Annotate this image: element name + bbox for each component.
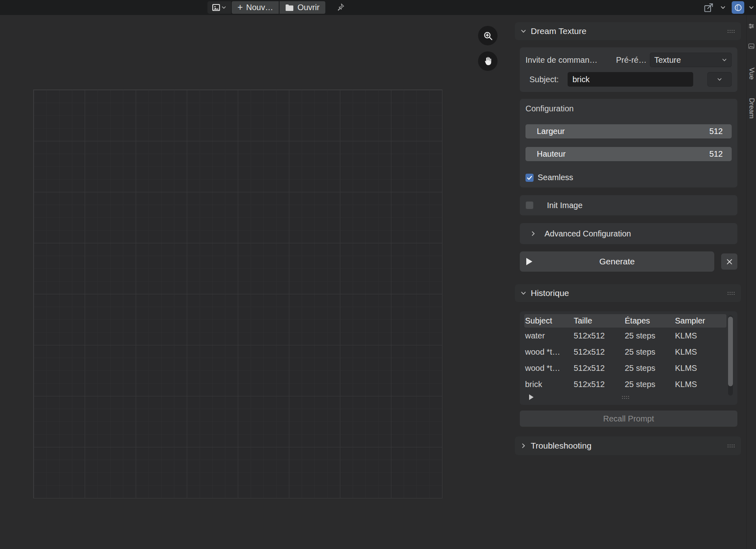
chevron-right-icon xyxy=(530,230,536,237)
scrollbar-thumb[interactable] xyxy=(728,317,733,386)
cell-sampler: KLMS xyxy=(675,347,726,357)
height-label: Hauteur xyxy=(532,149,709,159)
open-image-button[interactable]: Ouvrir xyxy=(280,1,325,14)
folder-icon xyxy=(285,4,294,11)
cell-size: 512x512 xyxy=(574,331,625,340)
chevron-down-icon xyxy=(221,5,226,10)
cell-steps: 25 steps xyxy=(625,364,675,373)
history-row[interactable]: wood *t… 512x512 25 steps KLMS xyxy=(524,344,726,360)
column-taille: Taille xyxy=(574,316,625,326)
column-etapes: Étapes xyxy=(625,316,675,326)
pan-button[interactable] xyxy=(478,51,498,71)
plus-icon: + xyxy=(237,3,243,12)
drag-grip-icon[interactable] xyxy=(728,292,735,295)
history-row[interactable]: water 512x512 25 steps KLMS xyxy=(524,328,726,344)
play-icon xyxy=(526,258,532,265)
prompt-label: Invite de comman… xyxy=(525,55,598,65)
new-image-label: Nouv… xyxy=(246,3,273,12)
prompt-box: Invite de comman… Pré-ré… Texture Subjec… xyxy=(520,47,737,92)
panel-header-dream-texture[interactable]: Dream Texture xyxy=(515,22,741,40)
cell-steps: 25 steps xyxy=(625,347,675,357)
replay-icon[interactable] xyxy=(529,394,534,400)
chevron-down-icon xyxy=(717,77,722,82)
subject-history-dropdown[interactable] xyxy=(707,72,732,87)
close-icon xyxy=(726,258,733,265)
chevron-down-icon xyxy=(722,57,727,63)
sidebar-tab-dream[interactable]: Dream xyxy=(747,98,756,119)
advanced-configuration-panel[interactable]: Advanced Configuration xyxy=(520,223,737,244)
cancel-button[interactable] xyxy=(721,253,737,270)
configuration-title: Configuration xyxy=(525,104,732,113)
panel-header-troubleshooting[interactable]: Troubleshooting xyxy=(515,436,741,455)
preset-label: Pré-ré… xyxy=(616,55,647,65)
history-table-header: Subject Taille Étapes Sampler xyxy=(524,314,726,328)
pin-button[interactable] xyxy=(335,2,345,12)
configuration-box: Configuration Largeur 512 Hauteur 512 Se… xyxy=(520,99,737,187)
cell-sampler: KLMS xyxy=(675,380,726,389)
cell-subject: brick xyxy=(525,380,574,389)
height-slider[interactable]: Hauteur 512 xyxy=(525,147,732,161)
cell-size: 512x512 xyxy=(574,364,625,373)
seamless-checkbox[interactable] xyxy=(525,174,534,182)
chevron-down-icon xyxy=(520,28,527,34)
generate-button[interactable]: Generate xyxy=(520,251,714,272)
sidebar-tab-vue[interactable]: Vue xyxy=(747,68,756,80)
cell-size: 512x512 xyxy=(574,347,625,357)
check-icon xyxy=(527,175,532,180)
topbar-button-group: + Nouv… Ouvrir xyxy=(207,1,325,14)
list-resize-grip-icon[interactable] xyxy=(622,396,629,399)
history-scrollbar[interactable] xyxy=(728,315,733,396)
height-value: 512 xyxy=(709,149,725,159)
seamless-label: Seamless xyxy=(538,173,573,182)
cell-sampler: KLMS xyxy=(675,364,726,373)
chevron-down-icon xyxy=(520,290,527,296)
magnifier-plus-icon xyxy=(483,30,493,41)
cell-steps: 25 steps xyxy=(625,331,675,340)
history-list-box: Subject Taille Étapes Sampler water 512x… xyxy=(520,311,737,405)
chevron-down-icon[interactable] xyxy=(748,4,754,11)
column-sampler: Sampler xyxy=(675,316,726,326)
panel-title: Troubleshooting xyxy=(531,441,592,451)
image-canvas-grid[interactable] xyxy=(33,89,442,498)
cell-subject: water xyxy=(525,331,574,340)
history-row[interactable]: brick 512x512 25 steps KLMS xyxy=(524,376,726,392)
generate-label: Generate xyxy=(520,257,714,266)
preset-value: Texture xyxy=(654,55,722,65)
image-editor-icon xyxy=(212,4,220,11)
image-icon[interactable] xyxy=(748,43,754,51)
width-value: 512 xyxy=(709,127,725,136)
hand-icon xyxy=(483,56,493,66)
cell-size: 512x512 xyxy=(574,380,625,389)
width-label: Largeur xyxy=(532,127,709,136)
cell-sampler: KLMS xyxy=(675,331,726,340)
editor-type-button[interactable] xyxy=(207,1,231,14)
recall-prompt-button[interactable]: Recall Prompt xyxy=(520,411,737,427)
subject-label: Subject: xyxy=(525,75,559,84)
cell-subject: wood *t… xyxy=(525,364,574,373)
sidebar-tab-strip: Vue Dream xyxy=(746,15,756,549)
cell-steps: 25 steps xyxy=(625,380,675,389)
init-image-checkbox[interactable] xyxy=(525,201,534,209)
pin-icon xyxy=(335,2,345,12)
zoom-button[interactable] xyxy=(478,26,498,45)
init-image-label: Init Image xyxy=(547,201,583,210)
column-subject: Subject xyxy=(525,316,574,326)
preset-dropdown[interactable]: Texture xyxy=(650,53,732,67)
blender-image-editor: + Nouv… Ouvrir xyxy=(0,0,756,549)
panel-header-history[interactable]: Historique xyxy=(515,284,741,302)
drag-grip-icon[interactable] xyxy=(728,30,735,33)
new-image-button[interactable]: + Nouv… xyxy=(232,1,279,14)
subject-value: brick xyxy=(572,75,589,84)
subject-input[interactable]: brick xyxy=(568,72,693,87)
panel-title: Dream Texture xyxy=(531,26,586,36)
panel-title: Historique xyxy=(531,288,569,298)
width-slider[interactable]: Largeur 512 xyxy=(525,124,732,138)
init-image-box: Init Image xyxy=(520,195,737,215)
sidebar-panel: Dream Texture Invite de comman… Pré-ré… … xyxy=(514,0,743,455)
open-image-label: Ouvrir xyxy=(297,3,319,12)
cell-subject: wood *t… xyxy=(525,347,574,357)
properties-icon[interactable] xyxy=(748,23,754,31)
history-row[interactable]: wood *t… 512x512 25 steps KLMS xyxy=(524,360,726,376)
drag-grip-icon[interactable] xyxy=(728,445,735,447)
chevron-right-icon xyxy=(520,443,527,449)
